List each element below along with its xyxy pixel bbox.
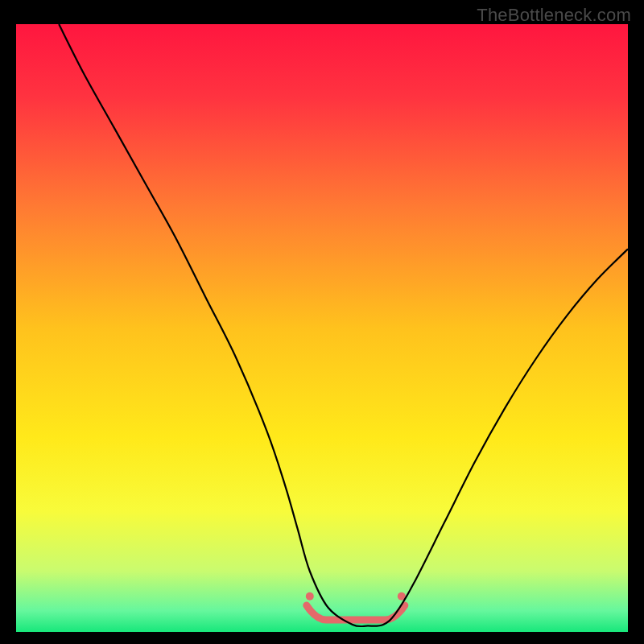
plot-area xyxy=(16,24,628,632)
chart-frame: TheBottleneck.com xyxy=(0,0,644,644)
curve-layer xyxy=(16,24,628,632)
optimal-zone-end-left xyxy=(306,592,314,601)
watermark-text: TheBottleneck.com xyxy=(477,5,631,26)
optimal-zone-marker xyxy=(307,605,405,620)
bottleneck-curve xyxy=(59,24,628,626)
